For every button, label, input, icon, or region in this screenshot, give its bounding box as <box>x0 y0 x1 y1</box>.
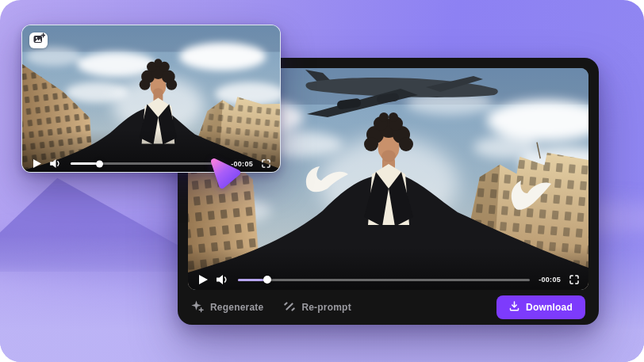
source-video-card[interactable]: -00:05 <box>21 25 281 173</box>
pen-slash-icon <box>284 301 295 314</box>
time-remaining: -00:05 <box>539 276 561 284</box>
player-controls-large: -00:05 <box>188 275 588 290</box>
progress-thumb[interactable] <box>263 276 271 284</box>
progress-thumb[interactable] <box>96 160 103 167</box>
reprompt-button[interactable]: Re-prompt <box>284 301 351 314</box>
progress-fill <box>238 279 267 281</box>
time-remaining: -00:05 <box>231 160 253 168</box>
app-canvas: -00:05 Regenerate <box>0 0 644 362</box>
volume-icon[interactable] <box>50 159 62 168</box>
reprompt-label: Re-prompt <box>301 302 351 313</box>
fullscreen-icon[interactable] <box>262 159 270 168</box>
play-icon[interactable] <box>199 275 208 284</box>
download-icon <box>509 301 519 314</box>
regenerate-label: Regenerate <box>210 302 263 313</box>
download-label: Download <box>526 302 573 313</box>
image-plus-icon <box>33 32 45 48</box>
progress-track[interactable] <box>71 162 222 165</box>
progress-track[interactable] <box>238 279 530 281</box>
action-bar: Regenerate Re-prompt Download <box>188 290 588 325</box>
player-controls-small: -00:05 <box>22 159 280 172</box>
video-frame-small <box>22 25 280 172</box>
image-to-video-badge <box>29 32 48 48</box>
sparkle-plus-icon <box>191 300 204 315</box>
fullscreen-icon[interactable] <box>569 275 579 284</box>
play-icon[interactable] <box>33 159 41 168</box>
progress-fill <box>71 162 99 165</box>
volume-icon[interactable] <box>217 275 229 284</box>
regenerate-button[interactable]: Regenerate <box>191 300 263 315</box>
download-button[interactable]: Download <box>496 295 585 319</box>
